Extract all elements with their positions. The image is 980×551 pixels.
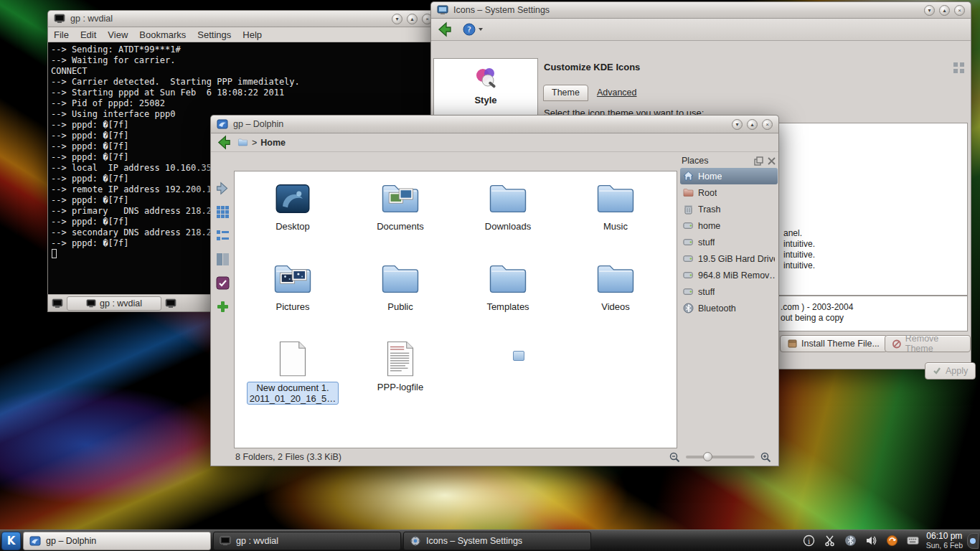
file-item-label: Documents xyxy=(377,221,424,232)
icons-view-button[interactable] xyxy=(215,204,230,220)
file-item-new-document[interactable]: New document 1. 2011_01_20_16_5… xyxy=(242,335,343,415)
theme-list-text: intuitive. xyxy=(783,250,815,260)
terminal-icon xyxy=(165,298,176,309)
breadcrumb-location[interactable]: Home xyxy=(260,138,286,148)
tab-advanced[interactable]: Advanced xyxy=(588,85,646,101)
terminal-titlebar[interactable]: gp : wvdial ▾ ▴ × xyxy=(47,10,439,27)
dolphin-folder-view[interactable]: Desktop Documents Downloads xyxy=(234,171,677,448)
back-button[interactable] xyxy=(215,134,232,151)
file-item-downloads[interactable]: Downloads xyxy=(458,174,558,255)
info-icon[interactable]: i xyxy=(803,534,815,547)
overview-grid-icon[interactable] xyxy=(953,62,965,74)
menu-file[interactable]: File xyxy=(48,29,75,40)
places-item-stuff-2[interactable]: stuff xyxy=(680,283,778,300)
apply-button[interactable]: Apply xyxy=(925,362,976,380)
apply-label: Apply xyxy=(946,366,968,376)
volume-icon[interactable] xyxy=(865,534,877,547)
system-settings-titlebar[interactable]: Icons – System Settings ▾ ▴ × xyxy=(430,1,971,19)
new-tab-button[interactable] xyxy=(50,297,65,310)
places-item-bluetooth[interactable]: Bluetooth xyxy=(680,300,778,316)
tab-strip: Theme Advanced xyxy=(543,85,646,101)
terminal-tab[interactable]: gp : wvdial xyxy=(67,296,161,311)
file-item-public[interactable]: Public xyxy=(350,255,451,335)
places-item-home[interactable]: Home xyxy=(680,168,778,184)
maximize-button[interactable]: ▴ xyxy=(407,14,418,24)
sidebar-item-style[interactable]: Style xyxy=(474,95,496,105)
minimize-button[interactable]: ▾ xyxy=(924,5,935,16)
back-button[interactable] xyxy=(435,21,453,38)
zoom-slider[interactable] xyxy=(686,456,755,458)
install-theme-button[interactable]: Install Theme File... xyxy=(780,335,887,352)
file-item-templates[interactable]: Templates xyxy=(458,255,558,335)
menu-help[interactable]: Help xyxy=(237,29,268,40)
remove-theme-button[interactable]: Remove Theme xyxy=(885,335,971,352)
taskbar: K gp – Dolphin gp : wvdial Icons – Syste… xyxy=(0,529,980,551)
minimize-button[interactable]: ▾ xyxy=(732,119,743,130)
kde-menu-button[interactable]: K xyxy=(1,532,21,550)
svg-text:?: ? xyxy=(467,25,471,34)
file-item-desktop[interactable]: Desktop xyxy=(242,174,343,255)
dolphin-breadcrumb-bar: > Home xyxy=(211,133,778,152)
compact-view-button[interactable] xyxy=(215,228,230,243)
terminal-icon xyxy=(86,298,96,309)
system-settings-icon xyxy=(410,535,421,547)
menu-bookmarks[interactable]: Bookmarks xyxy=(133,29,192,40)
menu-settings[interactable]: Settings xyxy=(192,29,237,40)
menu-edit[interactable]: Edit xyxy=(75,29,102,40)
places-item-label: Bluetooth xyxy=(698,303,736,314)
places-item-hard-drive[interactable]: 19.5 GiB Hard Drive xyxy=(680,250,778,267)
file-item-label: Public xyxy=(387,301,413,312)
close-panel-icon[interactable] xyxy=(767,156,776,166)
details-view-button[interactable] xyxy=(215,252,230,267)
zoom-in-icon[interactable] xyxy=(760,452,771,463)
close-button[interactable]: × xyxy=(762,119,773,130)
zoom-out-icon[interactable] xyxy=(669,452,680,463)
dolphin-icon xyxy=(217,118,228,130)
file-item-pictures[interactable]: Pictures xyxy=(242,255,343,335)
close-button[interactable]: × xyxy=(954,5,965,16)
tab-theme[interactable]: Theme xyxy=(543,85,588,101)
file-item-music[interactable]: Music xyxy=(565,174,666,255)
preview-toggle-button[interactable] xyxy=(215,276,230,291)
dolphin-titlebar[interactable]: gp – Dolphin ▾ ▴ × xyxy=(210,115,779,133)
file-item-videos[interactable]: Videos xyxy=(565,255,666,335)
remove-icon xyxy=(892,339,901,349)
breadcrumb[interactable]: > Home xyxy=(237,138,286,148)
zoom-slider-handle[interactable] xyxy=(703,452,712,461)
places-item-label: stuff xyxy=(698,287,715,297)
forward-button[interactable] xyxy=(215,181,230,196)
maximize-button[interactable]: ▴ xyxy=(747,119,758,130)
places-title: Places xyxy=(682,156,750,166)
taskbar-clock[interactable]: 06:10 pm Sun, 6 Feb xyxy=(926,532,967,550)
taskbar-item-system-settings[interactable]: Icons – System Settings xyxy=(403,532,591,550)
places-item-trash[interactable]: Trash xyxy=(680,201,778,217)
keyboard-icon[interactable] xyxy=(907,534,919,547)
panel-cashew-icon[interactable] xyxy=(967,533,979,549)
tab-list-button[interactable] xyxy=(164,297,178,310)
places-item-label: home xyxy=(698,221,720,231)
clock-date: Sun, 6 Feb xyxy=(926,541,963,550)
float-panel-icon[interactable] xyxy=(754,156,763,166)
places-item-root[interactable]: Root xyxy=(680,184,778,201)
terminal-line: --> Starting pppd at Sun Feb 6 18:08:22 … xyxy=(51,88,435,98)
style-icon[interactable] xyxy=(472,65,499,92)
terminal-line: --> Waiting for carrier. xyxy=(51,55,435,66)
updates-icon[interactable] xyxy=(886,534,898,547)
klipper-scissors-icon[interactable] xyxy=(824,534,836,547)
bluetooth-icon[interactable] xyxy=(844,534,857,547)
taskbar-item-wvdial[interactable]: gp : wvdial xyxy=(213,532,401,550)
menu-view[interactable]: View xyxy=(102,29,133,40)
check-icon xyxy=(933,367,941,375)
maximize-button[interactable]: ▴ xyxy=(939,5,950,16)
file-item-documents[interactable]: Documents xyxy=(350,174,451,255)
places-item-stuff[interactable]: stuff xyxy=(680,234,778,250)
file-item-ppp-logfile[interactable]: PPP-logfile xyxy=(350,335,451,415)
places-item-removable[interactable]: 964.8 MiB Remov… xyxy=(680,267,778,283)
file-item-label: Pictures xyxy=(276,301,310,312)
minimize-button[interactable]: ▾ xyxy=(392,14,402,24)
places-item-label: 19.5 GiB Hard Drive xyxy=(698,254,775,264)
places-item-home-mount[interactable]: home xyxy=(680,217,778,234)
taskbar-item-dolphin[interactable]: gp – Dolphin xyxy=(23,532,211,550)
help-button[interactable]: ? xyxy=(463,23,484,36)
split-view-button[interactable] xyxy=(215,299,230,314)
